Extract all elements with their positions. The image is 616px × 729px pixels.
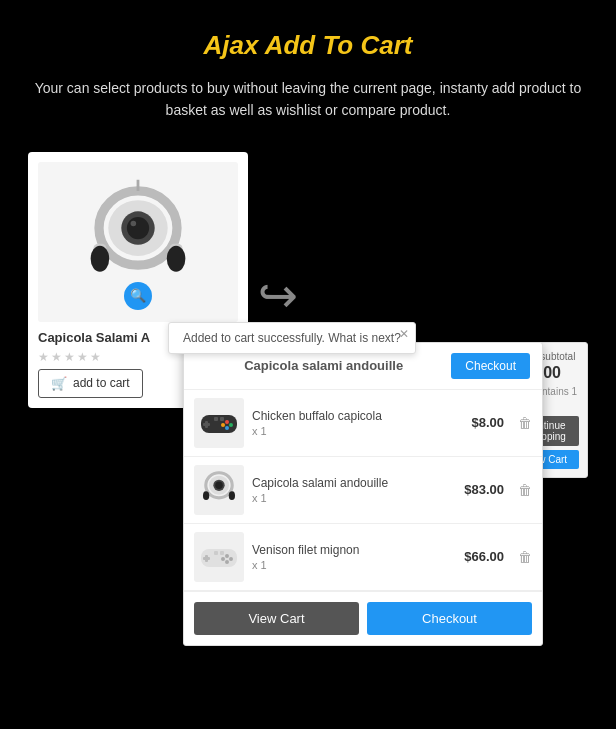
star-5: ★: [90, 350, 101, 364]
star-1: ★: [38, 350, 49, 364]
cart-item-image-2: [194, 465, 244, 515]
star-2: ★: [51, 350, 62, 364]
delete-item-2-icon[interactable]: 🗑: [518, 482, 532, 498]
table-row: Capicola salami andouille x 1 $83.00 🗑: [184, 457, 542, 524]
search-icon: 🔍: [130, 288, 146, 303]
svg-point-5: [167, 245, 186, 271]
cart-items-list: Chicken buffalo capicola x 1 $8.00 🗑: [184, 390, 542, 591]
table-row: Venison filet mignon x 1 $66.00 🗑: [184, 524, 542, 591]
svg-point-24: [229, 491, 235, 500]
cart-item-price-1: $8.00: [471, 415, 504, 430]
close-icon[interactable]: ✕: [399, 327, 409, 341]
svg-rect-18: [220, 417, 224, 421]
cart-item-details-3: Venison filet mignon x 1: [252, 543, 456, 571]
svg-point-15: [225, 426, 229, 430]
cart-item-qty-1: x 1: [252, 425, 463, 437]
cart-item-details-2: Capicola salami andouille x 1: [252, 476, 456, 504]
delete-item-3-icon[interactable]: 🗑: [518, 549, 532, 565]
star-4: ★: [77, 350, 88, 364]
svg-rect-17: [214, 417, 218, 421]
svg-rect-35: [220, 551, 224, 555]
add-to-cart-button[interactable]: 🛒 add to cart: [38, 369, 143, 398]
svg-point-7: [127, 217, 149, 239]
cart-item-name-3: Venison filet mignon: [252, 543, 456, 557]
cart-item-name-2: Capicola salami andouille: [252, 476, 456, 490]
toast-notification: Added to cart successfully. What is next…: [168, 322, 416, 354]
checkout-button[interactable]: Checkout: [367, 602, 532, 635]
table-row: Chicken buffalo capicola x 1 $8.00 🗑: [184, 390, 542, 457]
view-cart-button[interactable]: View Cart: [194, 602, 359, 635]
cart-item-name-1: Chicken buffalo capicola: [252, 409, 463, 423]
cart-item-details-1: Chicken buffalo capicola x 1: [252, 409, 463, 437]
page-title: Ajax Add To Cart: [204, 30, 413, 61]
cart-item-price-3: $66.00: [464, 549, 504, 564]
cart-item-image-1: [194, 398, 244, 448]
svg-point-13: [225, 420, 229, 424]
cart-item-qty-2: x 1: [252, 492, 456, 504]
svg-point-30: [225, 554, 229, 558]
svg-point-33: [221, 557, 225, 561]
star-3: ★: [64, 350, 75, 364]
arrow-right-icon: ↩: [258, 267, 298, 323]
svg-point-23: [203, 491, 209, 500]
svg-rect-34: [214, 551, 218, 555]
add-to-cart-label: add to cart: [73, 376, 130, 390]
cart-panel-footer: View Cart Checkout: [184, 591, 542, 645]
delete-item-1-icon[interactable]: 🗑: [518, 415, 532, 431]
svg-point-8: [131, 220, 137, 226]
toast-message: Added to cart successfully. What is next…: [183, 331, 401, 345]
svg-point-14: [229, 423, 233, 427]
cart-panel-title: Capicola salami andouille: [196, 358, 451, 373]
svg-rect-29: [203, 557, 210, 560]
svg-rect-12: [203, 423, 210, 426]
cart-item-qty-3: x 1: [252, 559, 456, 571]
page-description: Your can select products to buy without …: [28, 77, 588, 122]
svg-point-31: [229, 557, 233, 561]
svg-point-16: [221, 423, 225, 427]
demo-container: 🔍 Capicola Salami A ★ ★ ★ ★ ★ 🛒 add to c…: [28, 152, 588, 632]
checkout-top-button[interactable]: Checkout: [451, 353, 530, 379]
cart-icon: 🛒: [51, 376, 67, 391]
svg-point-26: [215, 481, 223, 489]
svg-point-32: [225, 560, 229, 564]
cart-panel: Capicola salami andouille Checkout: [183, 342, 543, 646]
search-badge[interactable]: 🔍: [124, 282, 152, 310]
cart-item-image-3: [194, 532, 244, 582]
product-image-wrap: 🔍: [38, 162, 238, 322]
svg-point-4: [91, 245, 110, 271]
cart-item-price-2: $83.00: [464, 482, 504, 497]
